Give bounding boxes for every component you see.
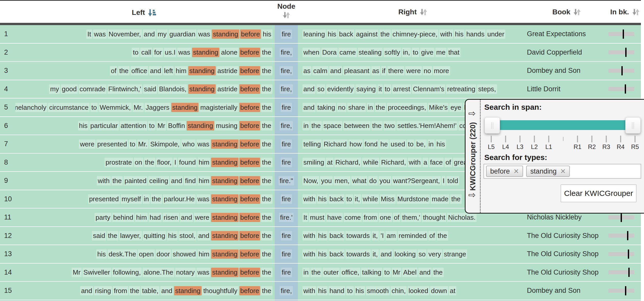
context-word: to <box>412 48 419 57</box>
left-context: MrSwivellerfollowing,alone.Thenotarywass… <box>15 264 273 282</box>
node-cell: fire <box>275 190 298 208</box>
concordance-row[interactable]: 1 ItwasNovember,andmyguardianwasstanding… <box>0 25 641 43</box>
context-word: as <box>302 66 311 76</box>
node-cell: fire, <box>275 80 298 98</box>
kwicgrouper-match-count: (220) <box>469 122 477 139</box>
context-word: with <box>302 249 316 259</box>
context-word: what <box>351 176 367 186</box>
book-title: Little Dorrit <box>527 80 607 98</box>
concordance-row[interactable]: 3 oftheofficeandlefthimstandingastridebe… <box>0 62 641 80</box>
context-word: and <box>160 286 173 296</box>
concordance-row-partial[interactable] <box>0 300 641 301</box>
context-word: there <box>387 66 404 76</box>
tag-remove-icon[interactable]: ✕ <box>514 167 519 175</box>
sort-updown-icon <box>573 8 581 16</box>
row-number: 13 <box>4 245 12 263</box>
context-word: and <box>143 29 156 39</box>
sort-desc-active-icon <box>148 8 156 17</box>
concordance-row[interactable]: 14 MrSwivellerfollowing,alone.Thenotaryw… <box>0 264 641 282</box>
context-word: as <box>371 66 380 76</box>
row-number: 3 <box>4 62 8 80</box>
column-header-node[interactable]: Node <box>275 2 298 19</box>
context-word: the <box>261 286 272 296</box>
context-word: his <box>355 286 365 296</box>
type-tags-input[interactable]: before✕standing✕ <box>484 164 641 179</box>
context-word: steps, <box>477 84 497 94</box>
concordance-row[interactable]: 15 andrisingfromthetable,andstandingthou… <box>0 282 641 300</box>
context-word: Dora <box>321 48 338 57</box>
node-cell: fire." <box>275 172 298 190</box>
context-word: chin, <box>391 286 407 296</box>
context-word: me <box>435 48 447 57</box>
concordance-row[interactable]: 12 saidthelawyer,quittinghisstool,andsta… <box>0 227 641 245</box>
column-header-right[interactable]: Right <box>302 8 524 16</box>
highlighted-word: standing <box>211 268 238 277</box>
context-word: with <box>302 286 316 296</box>
column-header-left[interactable]: Left <box>15 8 273 17</box>
context-word: must <box>309 213 325 222</box>
context-word: looking <box>394 249 417 259</box>
context-word: be, <box>415 139 427 149</box>
context-word: no <box>337 103 346 112</box>
span-tick <box>519 136 520 142</box>
context-word: towards <box>345 249 371 259</box>
context-word: come <box>344 213 362 222</box>
row-number: 8 <box>4 154 8 172</box>
context-word: you <box>378 176 391 186</box>
context-word: in <box>302 121 310 131</box>
collapse-arrow-icon[interactable]: ⇨ <box>468 109 476 118</box>
context-word: two <box>383 121 396 131</box>
context-word: hands <box>465 29 486 39</box>
highlighted-word: standing <box>188 84 215 94</box>
context-word: from <box>363 213 378 222</box>
span-slider-right-handle[interactable] <box>625 117 641 134</box>
context-word: with <box>439 29 453 39</box>
context-word: Boffin <box>167 121 186 131</box>
context-word: Skimpole, <box>149 139 181 149</box>
concordance-row[interactable]: 13 hisdesk.Theopendoorshowedhimstandingb… <box>0 245 641 263</box>
context-word: the <box>379 29 391 39</box>
concordance-row[interactable]: 2 tocallforus.Iwasstandingalonebeforethe… <box>0 44 641 62</box>
clear-kwicgrouper-button[interactable]: Clear KWICGrouper <box>561 184 637 202</box>
context-word: him <box>197 158 210 167</box>
column-header-book[interactable]: Book <box>527 8 607 16</box>
context-word: his <box>317 249 328 259</box>
context-word: very <box>427 249 442 259</box>
context-word: parlour.He <box>163 194 196 204</box>
column-header-in-book[interactable]: In bk. <box>608 8 642 16</box>
context-word: alone.The <box>143 268 174 277</box>
type-tag[interactable]: standing✕ <box>526 166 570 177</box>
kwicgrouper-collapse-strip[interactable]: ⇨ KWICGrouper (220) ⇨ <box>466 100 481 213</box>
right-context: whenDoracamestealingsoftlyin,togivemetha… <box>302 44 524 62</box>
context-word: you <box>320 176 333 186</box>
context-word: were <box>194 213 210 222</box>
context-word: against <box>355 29 379 39</box>
concordance-row[interactable]: 4 mygoodcomradeFlintwinch,'saidBlandois,… <box>0 80 641 98</box>
context-word: and <box>329 66 342 76</box>
book-title: The Old Curiosity Shop <box>527 227 607 245</box>
span-slider-left-handle[interactable] <box>485 117 500 134</box>
context-word: office, <box>340 268 360 277</box>
span-tick-label: R3 <box>599 143 613 150</box>
context-word: of <box>444 158 452 167</box>
row-number: 11 <box>4 208 11 226</box>
context-word: desk.The <box>108 249 137 259</box>
collapse-arrow-icon[interactable]: ⇨ <box>468 190 476 199</box>
context-word: to <box>90 103 98 112</box>
context-word: Clennam's <box>412 84 445 94</box>
left-context: hisdesk.Theopendoorshowedhimstandingbefo… <box>15 245 273 263</box>
context-word: saying <box>355 84 377 94</box>
type-tag[interactable]: before✕ <box>486 166 523 177</box>
context-word: have <box>326 213 343 222</box>
context-word: the <box>261 231 272 240</box>
left-context: presentedmyselfintheparlour.Hewasstandin… <box>15 190 273 208</box>
context-word: his <box>96 249 107 259</box>
context-word: settles.'Hem!Ahem!' <box>396 121 458 131</box>
context-word: to <box>346 286 354 296</box>
node-cell: fire <box>275 245 298 263</box>
node-word: fire <box>281 103 292 112</box>
context-word: thought <box>422 213 446 222</box>
context-word: were <box>79 139 95 149</box>
tag-remove-icon[interactable]: ✕ <box>560 167 566 175</box>
in-book-position <box>608 245 634 263</box>
